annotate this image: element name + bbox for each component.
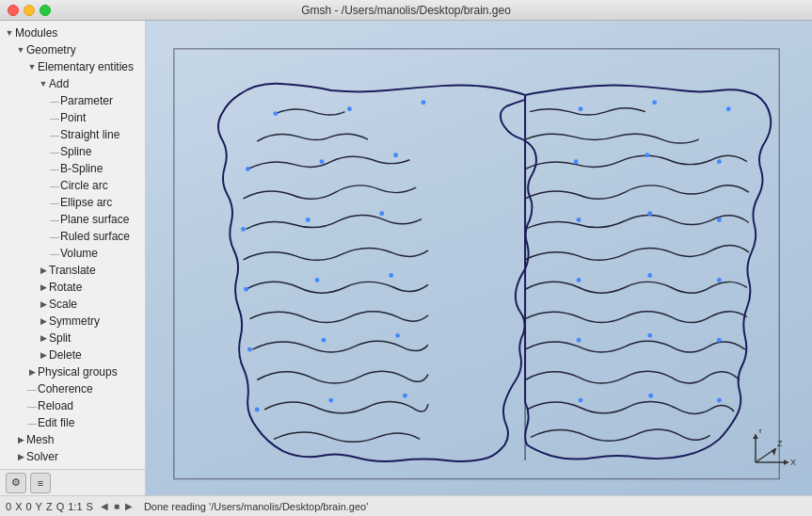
- svg-point-15: [322, 338, 326, 343]
- arrow-icon: ▼: [4, 28, 15, 38]
- sidebar-item-b-spline[interactable]: —B-Spline: [0, 160, 145, 177]
- sidebar-item-reload[interactable]: —Reload: [0, 397, 145, 414]
- sidebar-item-delete[interactable]: ▶Delete: [0, 347, 145, 363]
- dash-icon: —: [49, 96, 60, 106]
- viewport[interactable]: X Y Z: [146, 21, 812, 495]
- sidebar-item-label: Elementary entities: [38, 60, 134, 73]
- options-button[interactable]: ≡: [30, 473, 51, 493]
- svg-point-32: [577, 338, 581, 343]
- svg-point-24: [645, 153, 649, 157]
- sidebar-item-parameter[interactable]: —Parameter: [0, 92, 145, 109]
- svg-point-13: [389, 273, 393, 278]
- sidebar-item-label: Split: [49, 331, 71, 345]
- arrow-icon: ▶: [38, 316, 49, 326]
- sidebar-item-add[interactable]: ▼Add: [0, 75, 145, 92]
- svg-point-27: [647, 211, 652, 216]
- svg-point-4: [422, 100, 426, 105]
- sidebar: ▼Modules▼Geometry▼Elementary entities▼Ad…: [0, 21, 146, 495]
- sidebar-item-label: Solver: [26, 450, 58, 463]
- svg-text:Z: Z: [777, 439, 783, 448]
- sidebar-item-volume[interactable]: —Volume: [0, 245, 145, 262]
- sidebar-tree: ▼Modules▼Geometry▼Elementary entities▼Ad…: [0, 21, 145, 469]
- sidebar-item-circle-arc[interactable]: —Circle arc: [0, 177, 145, 194]
- svg-marker-41: [784, 460, 788, 465]
- sidebar-item-ruled-surface[interactable]: —Ruled surface: [0, 228, 145, 245]
- arrow-icon: ▶: [38, 282, 49, 292]
- svg-point-19: [403, 394, 407, 398]
- sidebar-item-label: B-Spline: [60, 162, 103, 175]
- status-scale: 1:1: [68, 501, 82, 512]
- svg-point-2: [273, 111, 278, 116]
- dash-icon: —: [49, 181, 60, 191]
- nav-next-button[interactable]: ▶: [123, 501, 135, 511]
- sidebar-item-edit-file[interactable]: —Edit file: [0, 414, 145, 431]
- close-button[interactable]: [8, 5, 19, 16]
- svg-point-23: [574, 159, 579, 164]
- arrow-icon: ▶: [26, 367, 38, 377]
- nav-prev-button[interactable]: ◀: [99, 501, 110, 511]
- sidebar-item-spline[interactable]: —Spline: [0, 143, 145, 160]
- svg-point-21: [652, 100, 657, 105]
- svg-point-28: [717, 218, 722, 222]
- sidebar-item-label: Geometry: [26, 43, 76, 56]
- dash-icon: —: [26, 384, 38, 395]
- dash-icon: —: [26, 418, 38, 428]
- sidebar-item-geometry[interactable]: ▼Geometry: [0, 41, 145, 58]
- dash-icon: —: [49, 130, 60, 140]
- sidebar-item-rotate[interactable]: ▶Rotate: [0, 279, 145, 296]
- sidebar-item-coherence[interactable]: —Coherence: [0, 380, 145, 397]
- svg-point-35: [579, 398, 583, 403]
- sidebar-item-label: Parameter: [60, 94, 113, 107]
- svg-point-33: [647, 333, 652, 338]
- sidebar-bottom: ⚙ ≡: [0, 469, 145, 495]
- svg-point-29: [577, 278, 581, 282]
- nav-stop-button[interactable]: ■: [112, 501, 121, 511]
- sidebar-item-split[interactable]: ▶Split: [0, 330, 145, 347]
- svg-point-16: [395, 333, 400, 338]
- sidebar-item-plane-surface[interactable]: —Plane surface: [0, 211, 145, 228]
- statusbar: 0 X 0 Y Z Q 1:1 S ◀ ■ ▶ Done reading '/U…: [0, 495, 812, 516]
- svg-point-3: [347, 106, 352, 111]
- sidebar-item-label: Symmetry: [49, 314, 100, 328]
- sidebar-item-mesh[interactable]: ▶Mesh: [0, 431, 145, 448]
- svg-point-20: [579, 106, 583, 111]
- sidebar-item-label: Rotate: [49, 281, 82, 294]
- dash-icon: —: [49, 113, 60, 123]
- sidebar-item-label: Delete: [49, 348, 82, 362]
- sidebar-item-physical-groups[interactable]: ▶Physical groups: [0, 363, 145, 380]
- maximize-button[interactable]: [40, 5, 51, 16]
- svg-point-26: [577, 218, 581, 222]
- status-nav: ◀ ■ ▶: [99, 501, 135, 511]
- sidebar-item-solver[interactable]: ▶Solver: [0, 448, 145, 465]
- sidebar-item-scale[interactable]: ▶Scale: [0, 296, 145, 313]
- status-zero2: 0: [25, 501, 31, 512]
- minimize-button[interactable]: [24, 5, 35, 16]
- arrow-icon: ▶: [38, 333, 49, 343]
- traffic-lights: [8, 5, 51, 16]
- sidebar-item-label: Reload: [38, 399, 73, 412]
- status-coordinates: 0 X 0 Y Z Q 1:1 S: [6, 501, 93, 512]
- sidebar-item-modules[interactable]: ▼Modules: [0, 24, 145, 41]
- status-y-label: Y: [36, 501, 42, 512]
- arrow-icon: ▼: [26, 62, 38, 72]
- svg-point-31: [717, 278, 722, 282]
- sidebar-item-straight-line[interactable]: —Straight line: [0, 126, 145, 143]
- svg-point-7: [393, 153, 398, 157]
- svg-text:Y: Y: [757, 429, 763, 435]
- svg-point-34: [717, 338, 722, 343]
- settings-button[interactable]: ⚙: [6, 473, 26, 493]
- svg-point-18: [328, 398, 333, 403]
- dash-icon: —: [49, 215, 60, 225]
- sidebar-item-label: Plane surface: [60, 213, 129, 226]
- arrow-icon: ▶: [38, 350, 49, 360]
- status-z-label: Z: [46, 501, 53, 512]
- dash-icon: —: [26, 401, 38, 411]
- sidebar-item-translate[interactable]: ▶Translate: [0, 262, 145, 279]
- sidebar-item-ellipse-arc[interactable]: —Ellipse arc: [0, 194, 145, 211]
- sidebar-item-symmetry[interactable]: ▶Symmetry: [0, 313, 145, 330]
- sidebar-item-elementary-entities[interactable]: ▼Elementary entities: [0, 58, 145, 75]
- sidebar-item-point[interactable]: —Point: [0, 109, 145, 126]
- status-s-label: S: [87, 501, 93, 512]
- dash-icon: —: [49, 147, 60, 157]
- sidebar-item-label: Ruled surface: [60, 230, 130, 243]
